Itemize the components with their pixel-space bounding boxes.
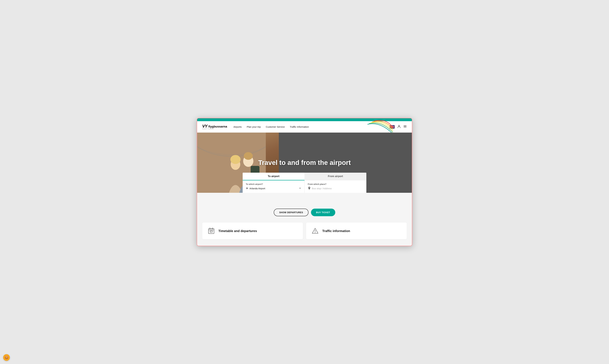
dropdown-arrow-icon[interactable] xyxy=(299,187,301,190)
airport-selected: Arlanda Airport xyxy=(249,187,265,190)
tabs-row: To airport From airport xyxy=(243,173,366,181)
top-stripe xyxy=(197,118,412,121)
timetable-card[interactable]: 2 min Timetable and departures xyxy=(202,222,303,239)
info-cards: 2 min Timetable and departures Traffic i… xyxy=(202,222,407,239)
svg-point-1 xyxy=(398,125,400,127)
logo-text: VY flygbussarna Airport Coaches xyxy=(202,124,227,130)
nav-links: Airports Plan your trip Customer Service… xyxy=(234,125,390,128)
buy-ticket-button[interactable]: BUY TICKET xyxy=(311,208,335,216)
place-label: From which place? xyxy=(308,183,363,185)
traffic-icon xyxy=(311,227,319,235)
tab-from-airport[interactable]: From airport xyxy=(304,173,366,181)
tab-to-airport[interactable]: To airport xyxy=(243,173,304,181)
logo-area[interactable]: VY flygbussarna Airport Coaches xyxy=(202,124,227,130)
place-placeholder: Bus stop / Address xyxy=(312,187,332,190)
hero-title: Travel to and from the airport xyxy=(213,159,396,167)
nav-right xyxy=(390,125,407,129)
svg-point-34 xyxy=(212,232,212,233)
brand-sub: Airport Coaches xyxy=(202,128,227,130)
svg-point-33 xyxy=(210,232,211,233)
below-hero: SHOW DEPARTURES BUY TICKET xyxy=(197,193,412,246)
cookie-icon: 🍪 xyxy=(5,356,8,359)
nav-traffic-info[interactable]: Traffic Information xyxy=(290,125,309,128)
svg-point-37 xyxy=(315,232,316,233)
airport-value-row: ✈ Arlanda Airport xyxy=(246,187,301,190)
timetable-icon: 2 min xyxy=(207,227,215,235)
show-departures-button[interactable]: SHOW DEPARTURES xyxy=(274,208,308,216)
hero-section: VY flygbussarna Airport Coaches xyxy=(197,133,412,193)
airport-label: To which airport? xyxy=(246,183,301,185)
traffic-info-card[interactable]: Traffic information xyxy=(306,222,407,239)
booking-panel: To airport From airport To which airport… xyxy=(243,173,366,193)
vy-logo: VY xyxy=(202,124,208,128)
user-icon[interactable] xyxy=(397,125,401,129)
nav-plan-trip[interactable]: Plan your trip xyxy=(247,125,261,128)
nav-airports[interactable]: Airports xyxy=(234,125,242,128)
hamburger-icon[interactable] xyxy=(403,125,407,129)
place-value-row: Bus stop / Address xyxy=(308,187,363,190)
traffic-info-title: Traffic information xyxy=(322,229,350,233)
navbar: VY flygbussarna Airport Coaches Airports… xyxy=(197,121,412,133)
browser-frame: VY flygbussarna Airport Coaches Airports… xyxy=(197,118,412,246)
svg-rect-31 xyxy=(210,231,212,232)
airport-field[interactable]: To which airport? ✈ Arlanda Airport xyxy=(243,181,305,193)
action-buttons: SHOW DEPARTURES BUY TICKET xyxy=(202,208,407,216)
svg-text:2 min: 2 min xyxy=(210,228,212,229)
flight-icon: ✈ xyxy=(246,187,248,190)
location-icon xyxy=(308,187,311,190)
language-flag[interactable] xyxy=(390,125,395,129)
place-field[interactable]: From which place? Bus stop / Address xyxy=(305,181,367,193)
timetable-title: Timetable and departures xyxy=(218,229,257,233)
brand-name: flygbussarna xyxy=(208,125,227,128)
booking-form: To which airport? ✈ Arlanda Airport From… xyxy=(243,181,366,193)
nav-customer-service[interactable]: Customer Service xyxy=(266,125,285,128)
cookie-button[interactable]: 🍪 xyxy=(3,354,10,361)
